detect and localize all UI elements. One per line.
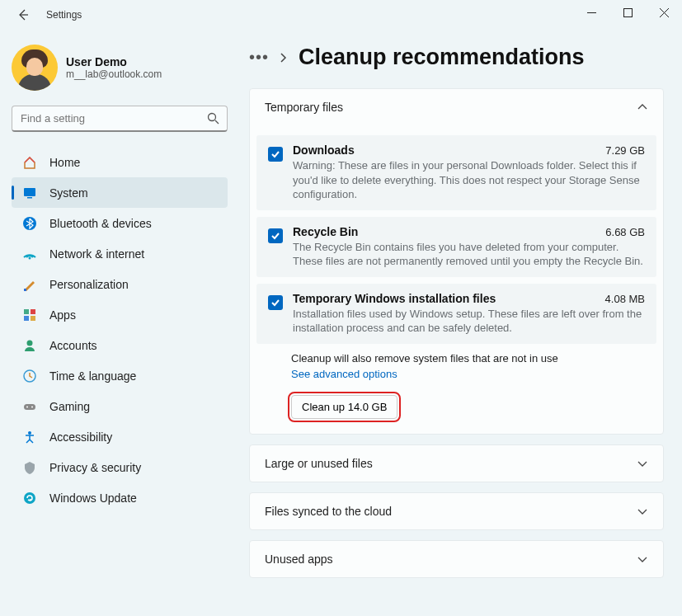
svg-point-16 [28,431,31,435]
file-desc: Warning: These are files in your persona… [293,158,645,202]
nav-label: Home [49,156,80,169]
svg-point-15 [31,406,33,407]
search-container [12,106,228,132]
user-block[interactable]: User Demo m__lab@outlook.com [12,45,228,91]
maximize-button[interactable] [609,0,646,25]
nav-label: Network & internet [49,247,144,261]
file-title: Recycle Bin [293,225,358,238]
bluetooth-icon [21,215,38,232]
search-input[interactable] [12,106,228,132]
nav-system[interactable]: System [12,177,228,208]
svg-rect-6 [24,289,26,291]
nav-time[interactable]: Time & language [12,360,228,391]
nav-gaming[interactable]: Gaming [12,391,228,421]
chevron-down-icon [637,507,648,515]
svg-rect-10 [31,316,35,321]
section-header-large[interactable]: Large or unused files [250,445,663,482]
nav-label: Personalization [49,278,129,291]
user-name: User Demo [66,55,162,68]
section-header-temp[interactable]: Temporary files [250,89,663,125]
section-unused-apps: Unused apps [249,540,664,578]
section-large-files: Large or unused files [249,444,664,482]
accounts-icon [21,337,38,354]
window-title: Settings [46,9,82,21]
section-title: Files synced to the cloud [265,505,392,518]
file-size: 4.08 MB [605,293,645,305]
nav-update[interactable]: Windows Update [12,482,228,513]
breadcrumb-more[interactable]: ••• [249,48,269,67]
file-desc: The Recycle Bin contains files you have … [293,240,645,269]
svg-rect-9 [24,316,29,321]
file-item-downloads: Downloads7.29 GB Warning: These are file… [256,135,656,210]
nav-accounts[interactable]: Accounts [12,330,228,360]
nav-label: Gaming [49,400,90,413]
file-size: 6.68 GB [605,226,645,238]
svg-rect-2 [24,188,35,196]
nav-label: Apps [49,308,76,322]
cleanup-note: Cleanup will also remove system files th… [291,352,656,364]
checkbox-downloads[interactable] [268,147,283,162]
minimize-button[interactable] [573,0,609,25]
sidebar: User Demo m__lab@outlook.com Home System… [0,30,239,616]
apps-icon [21,307,38,323]
svg-point-17 [24,492,35,504]
file-item-recycle-bin: Recycle Bin6.68 GB The Recycle Bin conta… [256,217,656,277]
section-title: Temporary files [265,101,343,114]
chevron-up-icon [637,103,648,111]
gaming-icon [21,398,38,415]
section-temporary-files: Temporary files Downloads7.29 GB Warning… [249,88,664,435]
svg-rect-13 [24,404,35,410]
section-header-synced[interactable]: Files synced to the cloud [250,493,663,529]
checkbox-temp-windows[interactable] [268,295,283,310]
network-icon [21,246,38,262]
section-header-unused[interactable]: Unused apps [250,541,663,577]
nav-label: Accounts [49,339,97,352]
nav-label: Windows Update [49,491,137,505]
user-email: m__lab@outlook.com [66,68,162,80]
file-desc: Installation files used by Windows setup… [293,307,645,336]
page-title: Cleanup recommendations [299,45,585,70]
svg-rect-0 [623,8,632,16]
svg-point-1 [209,114,216,121]
personalization-icon [21,276,38,293]
advanced-options-link[interactable]: See advanced options [291,368,397,380]
svg-rect-8 [31,309,35,314]
section-title: Unused apps [265,553,333,566]
nav-label: Accessibility [49,430,112,444]
svg-point-14 [26,406,28,407]
nav-list: Home System Bluetooth & devices Network … [12,147,228,513]
system-icon [21,185,38,201]
nav-label: Privacy & security [49,461,141,474]
nav-privacy[interactable]: Privacy & security [12,452,228,482]
nav-network[interactable]: Network & internet [12,238,228,269]
time-icon [21,368,38,384]
file-title: Temporary Windows installation files [293,292,496,305]
chevron-down-icon [637,555,648,563]
main-content: ••• Cleanup recommendations Temporary fi… [239,30,682,616]
close-button[interactable] [646,0,682,25]
section-synced-files: Files synced to the cloud [249,492,664,530]
nav-accessibility[interactable]: Accessibility [12,421,228,452]
home-icon [21,154,38,171]
checkbox-recycle-bin[interactable] [268,228,283,243]
nav-label: Bluetooth & devices [49,217,152,230]
avatar [12,45,58,91]
update-icon [21,490,38,506]
file-title: Downloads [293,143,355,157]
svg-point-11 [27,340,33,346]
nav-home[interactable]: Home [12,147,228,177]
file-item-temp-windows: Temporary Windows installation files4.08… [256,284,656,344]
back-button[interactable] [15,7,31,23]
file-size: 7.29 GB [605,144,645,157]
nav-bluetooth[interactable]: Bluetooth & devices [12,208,228,238]
search-icon [207,112,219,125]
cleanup-button[interactable]: Clean up 14.0 GB [291,395,397,419]
nav-personalization[interactable]: Personalization [12,269,228,299]
chevron-right-icon [279,52,287,63]
nav-apps[interactable]: Apps [12,299,228,330]
nav-label: System [49,186,88,200]
svg-rect-3 [27,197,32,199]
accessibility-icon [21,429,38,445]
svg-rect-7 [24,309,29,314]
nav-label: Time & language [49,369,136,383]
